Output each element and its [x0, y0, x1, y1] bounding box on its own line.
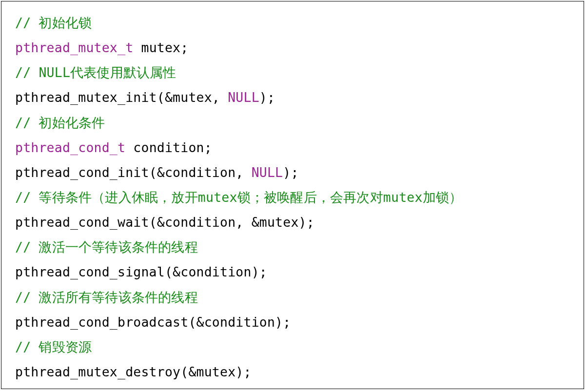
function-token: pthread_cond_signal	[15, 264, 165, 279]
comment-text: // 激活一个等待该条件的线程	[15, 239, 198, 255]
code-line-2: pthread_mutex_t mutex;	[15, 35, 570, 60]
comment-text: // 销毁资源	[15, 339, 92, 354]
code-line-15: pthread_mutex_destroy(&mutex);	[15, 359, 570, 384]
comment-text: // 初始化锁	[15, 15, 92, 30]
function-token: pthread_mutex_init	[15, 90, 157, 105]
code-line-16: pthread_cond_destroy(&condition);	[15, 384, 570, 390]
identifier-token: mutex;	[133, 40, 188, 55]
constant-token: NULL	[228, 90, 259, 105]
punct-token: );	[283, 165, 298, 180]
type-token: pthread_cond_t	[15, 140, 125, 155]
code-line-4: pthread_mutex_init(&mutex, NULL);	[15, 85, 570, 110]
code-line-8: // 等待条件（进入休眠，放开mutex锁；被唤醒后，会再次对mutex加锁）	[15, 185, 570, 210]
code-line-12: // 激活所有等待该条件的线程	[15, 285, 570, 310]
function-token: pthread_cond_broadcast	[15, 314, 188, 330]
comment-text: // 初始化条件	[15, 115, 105, 130]
punct-token: (&condition);	[173, 389, 275, 390]
code-line-10: // 激活一个等待该条件的线程	[15, 235, 570, 259]
code-line-14: // 销毁资源	[15, 334, 570, 359]
code-line-6: pthread_cond_t condition;	[15, 135, 570, 160]
punct-token: (&mutex);	[180, 364, 251, 379]
code-line-11: pthread_cond_signal(&condition);	[15, 259, 570, 284]
type-token: pthread_mutex_t	[15, 40, 133, 55]
code-line-13: pthread_cond_broadcast(&condition);	[15, 310, 570, 334]
code-line-7: pthread_cond_init(&condition, NULL);	[15, 160, 570, 185]
comment-text: // NULL代表使用默认属性	[15, 65, 176, 80]
punct-token: (&condition);	[165, 264, 267, 279]
punct-token: (&condition,	[149, 165, 252, 180]
function-token: pthread_cond_wait	[15, 215, 149, 230]
function-token: pthread_mutex_destroy	[15, 364, 180, 379]
punct-token: (&condition);	[188, 314, 291, 330]
code-block: // 初始化锁 pthread_mutex_t mutex; // NULL代表…	[1, 1, 584, 389]
function-token: pthread_cond_destroy	[15, 389, 173, 390]
identifier-token: condition;	[125, 140, 212, 155]
comment-text: // 激活所有等待该条件的线程	[15, 290, 198, 305]
code-line-9: pthread_cond_wait(&condition, &mutex);	[15, 210, 570, 235]
comment-text: // 等待条件（进入休眠，放开mutex锁；被唤醒后，会再次对mutex加锁）	[15, 190, 462, 205]
punct-token: (&mutex,	[157, 90, 228, 105]
function-token: pthread_cond_init	[15, 165, 149, 180]
constant-token: NULL	[252, 165, 283, 180]
code-line-3: // NULL代表使用默认属性	[15, 60, 570, 85]
code-line-5: // 初始化条件	[15, 110, 570, 135]
code-line-1: // 初始化锁	[15, 10, 570, 35]
punct-token: (&condition, &mutex);	[149, 215, 314, 230]
punct-token: );	[259, 90, 275, 105]
